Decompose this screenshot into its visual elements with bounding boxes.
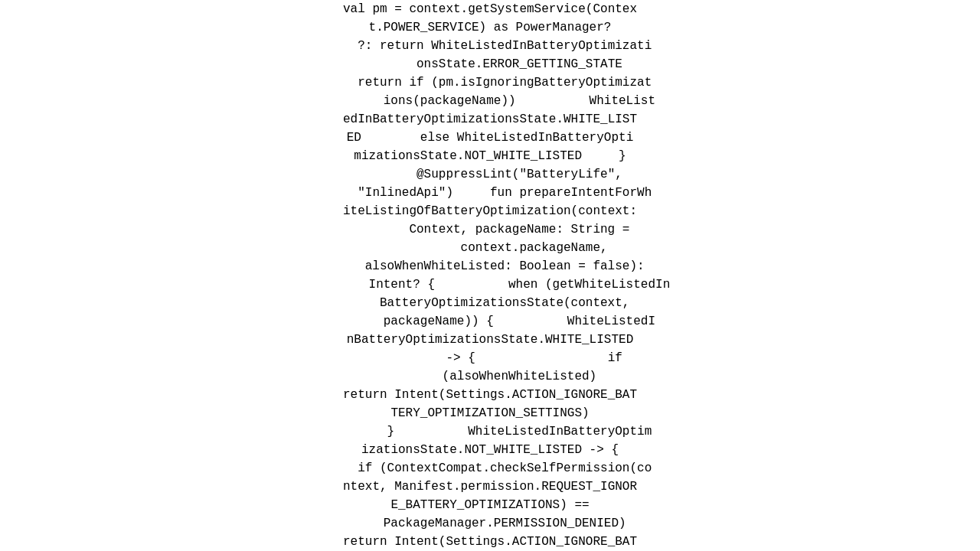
code-line: ntext, Manifest.permission.REQUEST_IGNOR	[15, 478, 965, 496]
code-line: PackageManager.PERMISSION_DENIED)	[15, 514, 965, 533]
code-line: val pm = context.getSystemService(Contex	[15, 0, 965, 18]
code-line: E_BATTERY_OPTIMIZATIONS) ==	[15, 496, 965, 514]
code-line: @SuppressLint("BatteryLife",	[15, 165, 965, 184]
code-line: Context, packageName: String =	[15, 220, 965, 239]
code-line: packageName)) { WhiteListedI	[15, 312, 965, 331]
code-block: val pm = context.getSystemService(Contex…	[0, 0, 980, 551]
code-line: TERY_OPTIMIZATION_SETTINGS)	[15, 404, 965, 422]
code-line: context.packageName,	[15, 239, 965, 257]
code-container: val pm = context.getSystemService(Contex…	[0, 0, 980, 551]
code-line: "InlinedApi") fun prepareIntentForWh	[15, 184, 965, 202]
code-line: return Intent(Settings.ACTION_IGNORE_BAT	[15, 533, 965, 551]
code-line: t.POWER_SERVICE) as PowerManager?	[15, 18, 965, 37]
code-line: BatteryOptimizationsState(context,	[15, 294, 965, 312]
code-line: return Intent(Settings.ACTION_IGNORE_BAT	[15, 386, 965, 404]
code-line: } WhiteListedInBatteryOptim	[15, 422, 965, 441]
code-line: alsoWhenWhiteListed: Boolean = false):	[15, 257, 965, 276]
code-line: return if (pm.isIgnoringBatteryOptimizat	[15, 73, 965, 92]
code-line: mizationsState.NOT_WHITE_LISTED }	[15, 147, 965, 165]
code-line: edInBatteryOptimizationsState.WHITE_LIST	[15, 110, 965, 129]
code-line: iteListingOfBatteryOptimization(context:	[15, 202, 965, 220]
code-line: ?: return WhiteListedInBatteryOptimizati	[15, 37, 965, 55]
code-line: nBatteryOptimizationsState.WHITE_LISTED	[15, 331, 965, 349]
code-line: ions(packageName)) WhiteList	[15, 92, 965, 110]
code-line: (alsoWhenWhiteListed)	[15, 367, 965, 386]
code-line: if (ContextCompat.checkSelfPermission(co	[15, 459, 965, 478]
code-line: -> { if	[15, 349, 965, 367]
code-line: izationsState.NOT_WHITE_LISTED -> {	[15, 441, 965, 459]
code-line: onsState.ERROR_GETTING_STATE	[15, 55, 965, 73]
code-line: Intent? { when (getWhiteListedIn	[15, 276, 965, 294]
code-line: ED else WhiteListedInBatteryOpti	[15, 129, 965, 147]
